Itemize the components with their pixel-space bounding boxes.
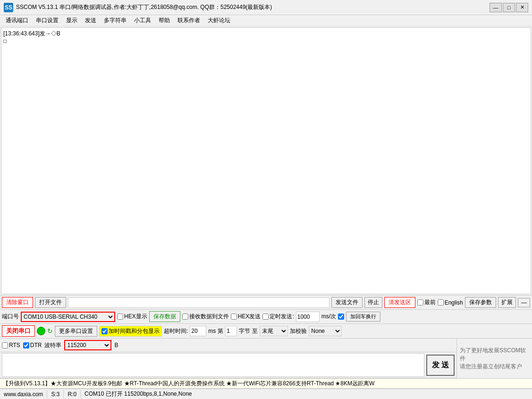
minus-button[interactable]: — [518,298,530,307]
menu-forum[interactable]: 大虾论坛 [204,16,234,25]
checksum-label: 加校验 [290,327,307,335]
menu-send[interactable]: 发送 [81,16,100,25]
menu-tools[interactable]: 小工具 [130,16,155,25]
refresh-icon[interactable]: ↻ [47,327,53,335]
status-received: R:0 [64,390,81,399]
clear-send-area-button[interactable]: 清发送区 [384,297,415,308]
port-select[interactable]: COM10 USB-SERIAL CH340 [21,312,115,322]
port-label: 端口号 [2,313,19,321]
main-area: [13:36:43.643]发→◇B □ 清除窗口 打开文件 发送文件 停止 清… [0,26,532,399]
menu-contact[interactable]: 联系作者 [174,16,204,25]
toolbar-row2: 端口号 COM10 USB-SERIAL CH340 HEX显示 保存数据 接收… [0,310,532,324]
toolbar-row3: 关闭串口 ↻ 更多串口设置 加时间戳和分包显示 超时时间: ms 第 字节 至 … [0,324,532,339]
timed-send-checkbox[interactable] [262,314,269,320]
timestamp-label[interactable]: 加时间戳和分包显示 [99,326,162,337]
status-website: www.daxia.com [0,390,47,399]
check-english-checkbox[interactable] [438,299,444,306]
send-button[interactable]: 发 送 [426,355,455,376]
check-last-checkbox[interactable] [417,299,423,306]
menu-multistring[interactable]: 多字符串 [100,16,130,25]
byte-label: 字节 [239,327,250,335]
recv-to-file-checkbox[interactable] [182,314,188,320]
app-icon: SS [4,3,13,12]
maximize-button[interactable]: □ [503,3,515,12]
file-path-input[interactable] [68,297,329,308]
promo-line2: 请您注册嘉立创结尾客户 [460,363,529,371]
byte-from-input[interactable] [225,326,237,336]
recv-to-file-label[interactable]: 接收数据到文件 [182,313,229,321]
stop-button[interactable]: 停止 [364,297,382,308]
baud-select[interactable]: 115200 [64,340,111,350]
byte-from-label: 第 [218,327,223,335]
hex-send-checkbox[interactable] [231,314,237,320]
log-display[interactable]: [13:36:43.643]发→◇B □ [1,27,531,294]
baud-suffix: B [114,342,118,348]
crlf-label[interactable] [338,314,344,320]
timestamp-checkbox[interactable] [101,328,108,334]
news-bar: 【升级到V5.13.1】★大资源MCU开发板9.9包邮 ★RT-Thread中国… [0,378,532,389]
status-bar: www.daxia.com S:3 R:0 COM10 已打开 115200bp… [0,389,532,399]
log-content: [13:36:43.643]发→◇B □ [3,30,529,44]
send-textarea[interactable] [2,353,424,377]
hex-send-label[interactable]: HEX发送 [231,313,261,321]
menu-help[interactable]: 帮助 [155,16,174,25]
rts-checkbox[interactable] [2,342,8,348]
title-bar: SS SSCOM V5.13.1 串口/网络数据调试器,作者:大虾丁丁,2618… [0,0,532,15]
promo-area: 为了更好地发展SSCOM软件 请您注册嘉立创结尾客户 [456,339,532,378]
timeout-input[interactable] [190,326,206,336]
interval-unit-label: ms/次 [321,313,336,321]
menu-bar: 通讯端口 串口设置 显示 发送 多字符串 小工具 帮助 联系作者 大虾论坛 [0,15,532,26]
close-button[interactable]: ✕ [516,3,528,12]
minimize-button[interactable]: — [490,3,502,12]
dtr-checkbox[interactable] [23,342,29,348]
menu-serial-settings[interactable]: 串口设置 [32,16,62,25]
open-file-button[interactable]: 打开文件 [35,297,66,308]
hex-display-checkbox[interactable] [117,314,123,320]
byte-to-label: 至 [252,327,258,335]
send-area: 发 送 [0,352,456,378]
dtr-label[interactable]: DTR [23,342,42,348]
news-text: 【升级到V5.13.1】★大资源MCU开发板9.9包邮 ★RT-Thread中国… [3,380,374,388]
interval-input[interactable] [296,312,320,322]
save-data-button[interactable]: 保存数据 [149,311,180,322]
rts-label[interactable]: RTS [2,342,20,348]
window-controls: — □ ✕ [490,3,528,12]
crlf-button[interactable]: 加回车换行 [346,312,380,322]
promo-line1: 为了更好地发展SSCOM软件 [460,347,529,363]
menu-display[interactable]: 显示 [62,16,81,25]
close-port-button[interactable]: 关闭串口 [2,325,35,337]
send-file-button[interactable]: 发送文件 [331,297,363,308]
more-settings-button[interactable]: 更多串口设置 [55,326,97,337]
hex-display-label[interactable]: HEX显示 [117,313,147,321]
menu-communications[interactable]: 通讯端口 [2,16,32,25]
app-title: SSCOM V5.13.1 串口/网络数据调试器,作者:大虾丁丁,2618058… [16,3,272,11]
crlf-checkbox[interactable] [338,314,344,320]
timed-send-label[interactable]: 定时发送: [262,313,294,321]
status-port: COM10 已打开 115200bps,8,1,None,None [81,389,532,399]
clear-window-button[interactable]: 清除窗口 [2,297,33,308]
baud-label: 波特率 [44,341,61,349]
timeout-unit-label: ms [208,328,216,334]
check-english-label[interactable]: English [438,299,463,306]
port-status-icon [37,327,45,335]
status-sent: S:3 [47,390,64,399]
toolbar-row4: RTS DTR 波特率 115200 B [0,339,456,352]
check-last-label[interactable]: 最前 [417,298,436,306]
timeout-label: 超时时间: [164,327,188,335]
save-param-button[interactable]: 保存参数 [465,297,496,308]
checksum-select[interactable]: None [309,326,342,336]
expand-button[interactable]: 扩展 [498,297,516,308]
toolbar-row1: 清除窗口 打开文件 发送文件 停止 清发送区 最前 English 保存参数 扩… [0,296,532,310]
end-select[interactable]: 末尾 [260,326,288,336]
bottom-controls: 清除窗口 打开文件 发送文件 停止 清发送区 最前 English 保存参数 扩… [0,295,532,378]
